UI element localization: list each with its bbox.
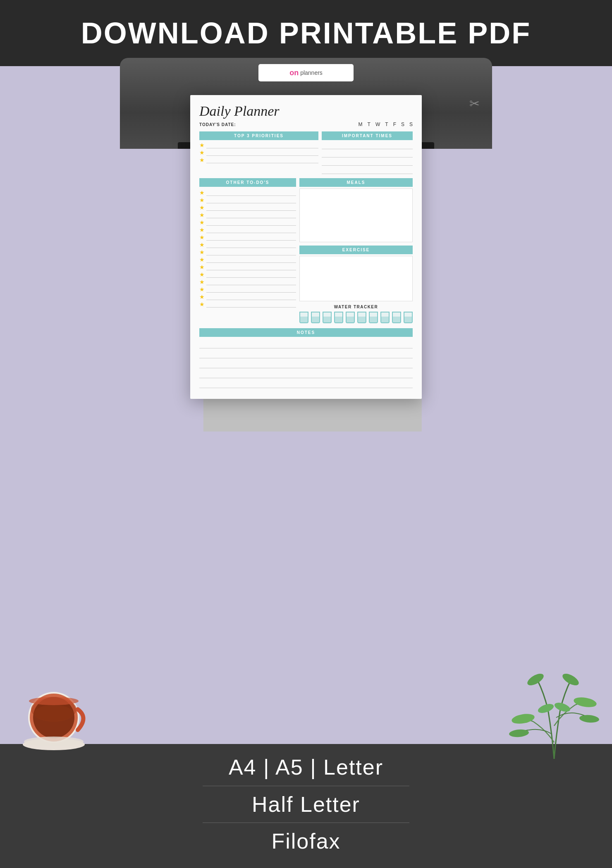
tea-cup xyxy=(17,680,91,756)
top-banner: DOWNLOAD PRINTABLE PDF xyxy=(0,0,612,66)
svg-point-6 xyxy=(29,697,79,705)
star-1: ★ xyxy=(199,142,205,148)
water-glass-4 xyxy=(334,312,343,323)
format-line-2: Half Letter xyxy=(203,789,409,823)
format-line-1: A4 | A5 | Letter xyxy=(203,752,409,786)
todo-item-15: ★ xyxy=(199,293,296,300)
planner-paper: Daily Planner TODAY'S DATE: M T W T F S … xyxy=(190,95,422,399)
scissors-icon: ✂ xyxy=(469,96,480,111)
todo-star-10: ★ xyxy=(199,256,205,263)
meals-box xyxy=(299,188,413,242)
todo-item-3: ★ xyxy=(199,204,296,211)
day-t2: T xyxy=(385,122,388,127)
todo-item-2: ★ xyxy=(199,197,296,203)
time-line-2 xyxy=(322,150,413,157)
todo-star-11: ★ xyxy=(199,264,205,270)
todo-line-13 xyxy=(206,279,296,285)
todo-star-14: ★ xyxy=(199,286,205,293)
todo-item-1: ★ xyxy=(199,189,296,196)
todo-line-10 xyxy=(206,256,296,263)
time-line-3 xyxy=(322,158,413,166)
brand-on: on xyxy=(289,69,299,77)
planner-title: Daily Planner xyxy=(199,103,413,119)
note-line-5 xyxy=(199,379,413,388)
todo-item-4: ★ xyxy=(199,212,296,218)
todo-line-3 xyxy=(206,204,296,211)
day-m: M xyxy=(359,122,363,127)
right-col: MEALS EXERCISE WATER TRACKER xyxy=(299,178,413,325)
todo-line-12 xyxy=(206,271,296,278)
todo-item-6: ★ xyxy=(199,227,296,233)
todo-item-16: ★ xyxy=(199,301,296,308)
water-glasses xyxy=(299,312,413,323)
svg-point-11 xyxy=(573,696,598,708)
top3-items: ★ ★ ★ xyxy=(199,142,318,163)
todo-item-9: ★ xyxy=(199,249,296,255)
svg-point-8 xyxy=(526,671,545,687)
todo-star-8: ★ xyxy=(199,241,205,248)
top-section: TOP 3 PRIORITIES ★ ★ ★ IMPORTANT TIMES xyxy=(199,131,413,175)
todo-line-1 xyxy=(206,189,296,196)
note-line-4 xyxy=(199,369,413,378)
water-glass-6 xyxy=(357,312,366,323)
priority-item-3: ★ xyxy=(199,157,318,163)
todo-star-2: ★ xyxy=(199,197,205,203)
day-w: W xyxy=(375,122,380,127)
other-todos-header: OTHER TO-DO'S xyxy=(199,178,296,187)
priority-item-2: ★ xyxy=(199,149,318,156)
important-times-lines xyxy=(322,142,413,174)
top3-section: TOP 3 PRIORITIES ★ ★ ★ xyxy=(199,131,318,175)
time-line-1 xyxy=(322,142,413,149)
todo-star-1: ★ xyxy=(199,189,205,196)
priority-line-3 xyxy=(206,157,318,163)
important-times-header: IMPORTANT TIMES xyxy=(322,131,413,140)
notes-section: NOTES xyxy=(199,328,413,388)
todo-star-4: ★ xyxy=(199,212,205,218)
water-glass-5 xyxy=(346,312,355,323)
svg-point-10 xyxy=(511,712,536,725)
exercise-header: EXERCISE xyxy=(299,246,413,254)
water-glass-1 xyxy=(299,312,308,323)
star-3: ★ xyxy=(199,157,205,163)
svg-point-14 xyxy=(537,702,555,715)
water-glass-9 xyxy=(392,312,401,323)
date-row: TODAY'S DATE: M T W T F S S xyxy=(199,122,413,127)
todo-star-9: ★ xyxy=(199,249,205,255)
todo-item-13: ★ xyxy=(199,279,296,285)
note-line-1 xyxy=(199,339,413,348)
printer-label: on planners xyxy=(258,64,354,81)
day-t1: T xyxy=(368,122,371,127)
day-f: F xyxy=(393,122,396,127)
day-s1: S xyxy=(401,122,404,127)
svg-point-5 xyxy=(34,705,74,722)
days-row: M T W T F S S xyxy=(359,122,413,127)
todays-date-label: TODAY'S DATE: xyxy=(199,122,236,127)
todo-items: ★ ★ ★ ★ ★ ★ ★ ★ ★ ★ ★ ★ ★ ★ ★ ★ xyxy=(199,189,296,308)
todo-line-6 xyxy=(206,227,296,233)
todo-item-11: ★ xyxy=(199,264,296,270)
todo-star-3: ★ xyxy=(199,204,205,211)
todo-line-7 xyxy=(206,234,296,241)
important-times-section: IMPORTANT TIMES xyxy=(322,131,413,175)
todo-item-14: ★ xyxy=(199,286,296,293)
svg-point-9 xyxy=(561,671,581,687)
todo-line-15 xyxy=(206,293,296,300)
format-line-3: Filofax xyxy=(203,826,409,860)
priority-item-1: ★ xyxy=(199,142,318,148)
todo-line-2 xyxy=(206,197,296,203)
day-s2: S xyxy=(409,122,413,127)
meals-header: MEALS xyxy=(299,178,413,187)
middle-section: OTHER TO-DO'S ★ ★ ★ ★ ★ ★ ★ ★ ★ ★ ★ ★ ★ … xyxy=(199,178,413,325)
todo-star-16: ★ xyxy=(199,301,205,308)
svg-point-7 xyxy=(24,737,84,746)
todo-line-14 xyxy=(206,286,296,293)
todo-item-5: ★ xyxy=(199,219,296,226)
svg-point-13 xyxy=(579,714,599,723)
todo-line-16 xyxy=(206,301,296,308)
plant-decoration xyxy=(509,618,600,765)
brand-planners: planners xyxy=(300,69,323,76)
todo-line-11 xyxy=(206,264,296,270)
top3-header: TOP 3 PRIORITIES xyxy=(199,131,318,140)
todo-star-6: ★ xyxy=(199,227,205,233)
todo-star-5: ★ xyxy=(199,219,205,226)
